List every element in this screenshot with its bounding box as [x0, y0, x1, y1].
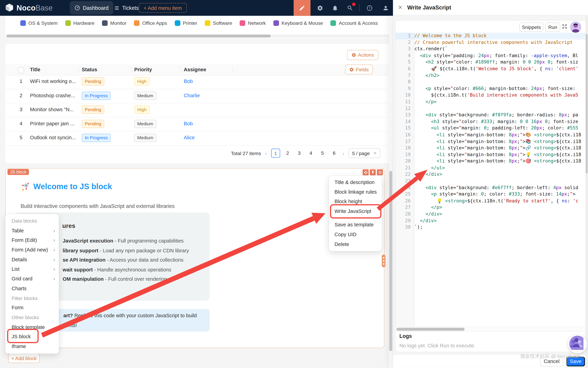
block-settings-button[interactable] — [377, 169, 383, 175]
editor-h-scrollbar-thumb[interactable] — [396, 328, 465, 331]
assistant-avatar[interactable] — [568, 334, 587, 353]
close-drawer-button[interactable] — [398, 5, 403, 10]
menu-item-form-add-new-[interactable]: Form (Add new)› — [5, 245, 59, 255]
page-number-4[interactable]: 4 — [307, 149, 315, 157]
run-button[interactable]: Run — [545, 23, 560, 31]
add-block-button[interactable]: + Add block — [8, 353, 40, 363]
context-menu-item-save-as-template[interactable]: Save as template — [329, 220, 382, 230]
menu-item-form-edit-[interactable]: Form (Edit)› — [5, 235, 59, 245]
nocobase-logo[interactable]: NocoBase — [4, 3, 53, 13]
code-line[interactable] — [414, 105, 586, 112]
quick-edit-button[interactable] — [370, 169, 376, 175]
drag-block-button[interactable] — [363, 169, 369, 175]
editor-h-scrollbar[interactable] — [396, 327, 586, 331]
table-row[interactable]: 1WiFi not working o...PendingHighBob — [5, 75, 393, 89]
context-menu-item-delete[interactable]: Delete — [329, 239, 382, 249]
code-line[interactable]: ctx.render(` — [414, 46, 586, 53]
ui-editor-button[interactable] — [294, 0, 310, 16]
code-line[interactable]: <li style="margin-bottom: 8px;">🎯 <stron… — [414, 158, 586, 165]
page-scrollbar-thumb[interactable] — [389, 171, 392, 351]
cell-assignee-link[interactable]: Bob — [184, 121, 193, 127]
add-menu-item-button[interactable]: + Add menu item — [139, 3, 187, 13]
menu-item-table[interactable]: Table› — [5, 226, 59, 235]
code-line[interactable]: <p style="color: #666; margin-bottom: 24… — [414, 85, 586, 92]
code-line[interactable]: <p style="margin: 0; color: #333; font-s… — [414, 191, 586, 198]
code-line[interactable]: <h3 style="color: #333; margin: 0 0 16px… — [414, 119, 586, 125]
table-row[interactable]: 2Photoshop crashe...In ProgressMediumCha… — [5, 89, 393, 103]
code-line[interactable]: </ul> — [414, 165, 586, 171]
code-line[interactable]: </p> — [414, 99, 586, 105]
table-row[interactable]: 4Printer paper jam ...PendingMediumBob — [5, 117, 393, 131]
drawer-scrollbar[interactable] — [585, 16, 588, 368]
help-button[interactable] — [365, 0, 373, 16]
code-line[interactable]: <div style="background: #f8f9fa; border-… — [414, 112, 586, 119]
code-line[interactable]: <h2 style="color: #1890ff; margin: 0 0 2… — [414, 59, 586, 65]
code-line[interactable]: 🚀 ${ctx.i18n.t('Welcome to JS block', { … — [414, 66, 586, 72]
table-row[interactable]: 3Monitor shows "N...PendingHigh — [5, 103, 393, 117]
prev-page-button[interactable]: ‹ — [264, 150, 268, 156]
categories-scrollbar[interactable] — [6, 35, 392, 37]
column-header-assignee[interactable]: Assignee — [184, 67, 206, 73]
menu-item-details[interactable]: Details› — [5, 255, 59, 264]
page-size-select[interactable]: 5 / page — [348, 148, 380, 158]
settings-button[interactable] — [316, 0, 324, 16]
menu-item-list[interactable]: List› — [5, 264, 59, 274]
cell-assignee-link[interactable]: Charlie — [184, 92, 200, 98]
snippets-button[interactable]: Snippets — [519, 23, 544, 31]
page-number-2[interactable]: 2 — [283, 149, 292, 157]
menu-item-charts[interactable]: Charts — [5, 284, 59, 294]
cell-assignee-link[interactable]: Alice — [184, 135, 195, 141]
page-scrollbar[interactable] — [389, 16, 393, 368]
cell-title[interactable]: Monitor shows "N... — [30, 107, 74, 112]
actions-button[interactable]: Actions — [347, 50, 378, 60]
cell-title[interactable]: Outlook not syncin... — [30, 135, 76, 141]
notifications-button[interactable] — [331, 0, 339, 16]
code-line[interactable]: // Welcome to the JS block — [414, 33, 586, 39]
code-line[interactable]: </div> — [414, 218, 586, 224]
fields-button[interactable]: Fields — [345, 64, 373, 74]
code-line[interactable]: </div> — [414, 211, 586, 218]
drawer-scrollbar-thumb[interactable] — [586, 34, 588, 173]
cell-title[interactable]: Photoshop crashe... — [30, 92, 75, 98]
code-line[interactable]: // Create powerful interactive component… — [414, 39, 586, 46]
code-line[interactable]: <ul style="margin: 0; padding-left: 20px… — [414, 125, 586, 132]
code-line[interactable]: ${ctx.i18n.t('Build interactive componen… — [414, 92, 586, 99]
editor-avatar[interactable] — [570, 21, 581, 33]
context-menu-item-block-linkage-rules[interactable]: Block linkage rules — [329, 187, 382, 197]
page-number-3[interactable]: 3 — [295, 149, 303, 157]
code-line[interactable]: <div style="background: #e6f7ff; border-… — [414, 184, 586, 191]
code-line[interactable]: 💡 <strong>${ctx.i18n.t('Ready to start?'… — [414, 198, 586, 204]
nav-tab-dashboard[interactable]: Dashboard — [70, 1, 113, 15]
cell-title[interactable]: WiFi not working o... — [30, 78, 76, 84]
cell-title[interactable]: Printer paper jam ... — [30, 121, 74, 127]
code-line[interactable]: <li style="margin-bottom: 8px;">🔗 <stron… — [414, 145, 586, 151]
column-header-title[interactable]: Title — [30, 67, 40, 73]
context-menu-item-title-description[interactable]: Title & description — [329, 178, 382, 187]
next-page-button[interactable]: › — [342, 150, 345, 156]
column-header-status[interactable]: Status — [82, 67, 97, 73]
nav-tab-tickets[interactable]: Tickets — [110, 1, 143, 15]
code-line[interactable]: </p> — [414, 204, 586, 211]
code-line[interactable]: </div> — [414, 171, 586, 178]
code-line[interactable]: `); — [414, 224, 586, 231]
page-number-1[interactable]: 1 — [271, 149, 280, 158]
block-resize-handle[interactable] — [382, 255, 386, 267]
menu-item-form[interactable]: Form — [5, 303, 59, 313]
code-line[interactable] — [414, 178, 586, 184]
code-line[interactable]: <li style="margin-bottom: 8px;">🎨 <stron… — [414, 132, 586, 138]
code-line[interactable]: </h2> — [414, 72, 586, 79]
select-all-checkbox[interactable] — [18, 67, 24, 73]
fullscreen-button[interactable] — [562, 24, 567, 29]
categories-scrollbar-thumb[interactable] — [6, 35, 271, 37]
code-line[interactable]: <li style="margin-bottom: 8px;">📚 <stron… — [414, 138, 586, 145]
page-number-6[interactable]: 6 — [330, 149, 338, 157]
table-row[interactable]: 5Outlook not syncin...In ProgressMediumA… — [5, 131, 393, 146]
code-line[interactable]: <div style="padding: 24px; font-family: … — [414, 53, 586, 59]
user-button[interactable] — [381, 0, 390, 16]
code-line[interactable]: <li style="margin-bottom: 8px;">💡 <stron… — [414, 151, 586, 158]
cell-assignee-link[interactable]: Bob — [184, 78, 193, 84]
menu-item-grid-card[interactable]: Grid card› — [5, 274, 59, 284]
context-menu-item-copy-uid[interactable]: Copy UID — [329, 230, 382, 239]
code-editor[interactable]: // Welcome to the JS block// Create powe… — [414, 33, 586, 327]
page-number-5[interactable]: 5 — [318, 149, 327, 157]
